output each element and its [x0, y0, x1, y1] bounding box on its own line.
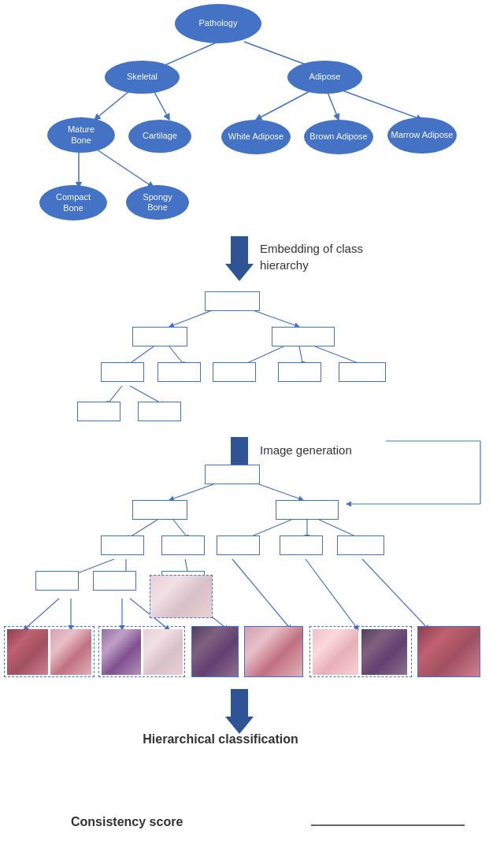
rect-l2-5 — [339, 362, 386, 382]
rect2-l2-5 — [337, 535, 384, 555]
rect2-l1-left — [132, 500, 187, 520]
rect-root-1 — [205, 291, 260, 311]
rect2-l3-2 — [93, 571, 136, 591]
img-4 — [143, 629, 183, 675]
diagram-container: Pathology Skeletal Adipose MatureBone Ca… — [0, 0, 504, 841]
img-5 — [191, 626, 239, 677]
embedding-label: Embedding of class hierarchy — [260, 240, 402, 273]
svg-line-35 — [362, 559, 429, 630]
rect2-l2-1 — [101, 535, 144, 555]
rect-l2-2 — [158, 362, 201, 382]
brown-adipose-node: Brown Adipose — [304, 120, 373, 154]
rect2-l2-3 — [217, 535, 260, 555]
svg-line-28 — [24, 598, 59, 630]
img-7 — [313, 629, 358, 675]
white-adipose-node: White Adipose — [221, 120, 291, 154]
rect2-l3-1 — [35, 571, 79, 591]
svg-line-3 — [154, 91, 169, 120]
cartilage-node: Cartilage — [128, 120, 191, 153]
image-gen-label: Image generation — [260, 443, 352, 457]
consistency-label: Consistency score — [71, 815, 183, 829]
img-9 — [417, 626, 480, 677]
img-group-1 — [4, 626, 94, 677]
svg-line-5 — [327, 91, 339, 120]
img-8 — [361, 629, 407, 675]
hierarchical-label: Hierarchical classification — [71, 732, 370, 747]
rect-root-2 — [205, 465, 260, 484]
embedding-arrow — [225, 236, 254, 281]
svg-line-6 — [343, 91, 422, 120]
rect-l2-1 — [101, 362, 144, 382]
rect-l3-1 — [77, 402, 120, 421]
img-3 — [102, 629, 141, 675]
marrow-adipose-node: Marrow Adipose — [387, 117, 457, 154]
img-6 — [244, 626, 303, 677]
mature-bone-node: MatureBone — [47, 117, 115, 153]
content-layer: Pathology Skeletal Adipose MatureBone Ca… — [0, 0, 504, 841]
skeletal-node: Skeletal — [105, 61, 180, 94]
svg-line-8 — [94, 148, 154, 187]
rect2-l2-4 — [280, 535, 323, 555]
rect-l2-3 — [213, 362, 256, 382]
rect2-l1-right — [276, 500, 339, 520]
pathology-node: Pathology — [175, 4, 261, 43]
spongy-bone-node: SpongyBone — [126, 185, 189, 220]
rect-l1-right — [272, 327, 335, 346]
svg-line-2 — [94, 91, 130, 120]
adipose-node: Adipose — [287, 61, 362, 94]
img-1 — [7, 629, 48, 675]
svg-line-4 — [256, 91, 311, 120]
rect2-l2-2 — [161, 535, 205, 555]
img-group-3 — [309, 626, 412, 677]
img-2 — [50, 629, 91, 675]
compact-bone-node: CompactBone — [39, 185, 107, 220]
svg-line-33 — [232, 559, 291, 630]
img-thumb-dashed — [150, 575, 213, 618]
rect-l3-2 — [138, 402, 181, 421]
img-group-2 — [98, 626, 185, 677]
rect-l1-left — [132, 327, 187, 346]
svg-line-34 — [306, 559, 358, 630]
rect-l2-4 — [278, 362, 321, 382]
classification-arrow — [225, 689, 254, 734]
